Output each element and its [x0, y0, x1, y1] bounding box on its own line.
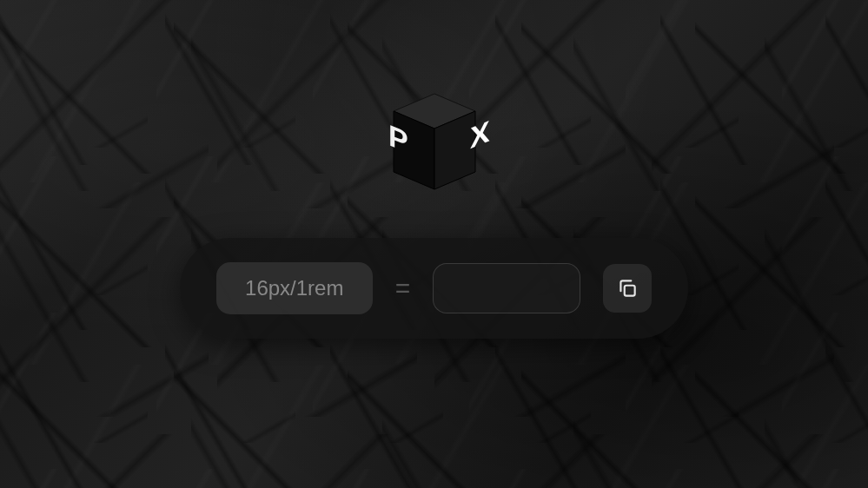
converter-bar: =: [180, 238, 689, 339]
value-input[interactable]: [216, 262, 373, 314]
equals-symbol: =: [395, 274, 411, 303]
main-content: P X =: [0, 0, 868, 488]
result-output[interactable]: [433, 263, 580, 313]
px-logo: P X: [378, 87, 491, 203]
copy-button[interactable]: [603, 264, 652, 313]
logo-letter-x: X: [470, 114, 490, 155]
svg-rect-0: [625, 286, 635, 296]
copy-icon: [616, 277, 639, 300]
logo-letter-p: P: [388, 118, 408, 159]
